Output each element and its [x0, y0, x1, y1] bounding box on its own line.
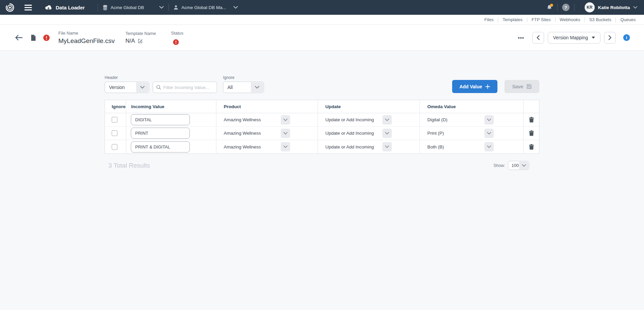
notification-dot: [550, 4, 553, 7]
info-icon[interactable]: i: [623, 34, 630, 41]
row-actions-cell: [524, 140, 539, 153]
subnav-link-queues[interactable]: Queues: [619, 17, 637, 22]
navbar-divider: [98, 4, 98, 11]
header-filter-group: Header Version: [105, 75, 153, 93]
chevron-down-icon[interactable]: [382, 115, 392, 125]
ignore-filter-select[interactable]: All: [223, 82, 264, 93]
column-header-product: Product: [216, 100, 318, 113]
update-dropdown[interactable]: Update or Add Incoming: [325, 129, 392, 138]
mapping-table: Ignore Incoming Value Product Update Ome…: [105, 100, 539, 154]
ignore-checkbox[interactable]: [112, 117, 117, 123]
ignore-checkbox[interactable]: [112, 130, 117, 136]
notifications-button[interactable]: [546, 4, 552, 11]
help-icon: ?: [562, 4, 570, 11]
update-dropdown[interactable]: Update or Add Incoming: [325, 142, 392, 151]
subnav-link-ftp-sites[interactable]: FTP Sites: [531, 17, 552, 22]
omeda-value-dropdown[interactable]: Both (B): [427, 142, 494, 151]
header-filter-select[interactable]: Version: [105, 82, 149, 93]
table-row: Amazing Wellness Update or Add Incoming …: [105, 113, 539, 127]
update-cell: Update or Add Incoming: [318, 140, 420, 153]
chevron-down-icon[interactable]: [484, 129, 494, 138]
ignore-cell: [105, 127, 126, 140]
overflow-menu-button[interactable]: •••: [518, 35, 524, 41]
delete-row-button[interactable]: [529, 144, 534, 150]
help-button[interactable]: ?: [562, 4, 570, 11]
chevron-down-icon: [519, 162, 529, 169]
file-header-actions: ••• Version Mapping i: [518, 32, 630, 44]
user-name: Katie Robilotta: [598, 5, 630, 10]
audience-selector[interactable]: Acme Global DB Ma...: [173, 5, 238, 10]
ignore-checkbox[interactable]: [112, 144, 117, 150]
add-value-button[interactable]: Add Value: [452, 80, 497, 93]
page-size-select[interactable]: 100: [508, 161, 529, 170]
chevron-down-icon: [159, 6, 164, 9]
omeda-value-dropdown[interactable]: Print (P): [427, 129, 494, 138]
app-title: Data Loader: [45, 5, 85, 10]
incoming-value-cell: [126, 113, 216, 126]
user-menu[interactable]: KR Katie Robilotta: [585, 2, 637, 12]
incoming-value-input[interactable]: [131, 114, 190, 125]
search-input[interactable]: [163, 85, 212, 90]
chevron-down-icon[interactable]: [484, 142, 494, 151]
database-selector[interactable]: Acme Global DB: [103, 5, 164, 10]
trash-icon: [529, 144, 534, 150]
edit-icon: [138, 38, 143, 44]
delete-row-button[interactable]: [529, 130, 534, 136]
navbar-divider: [557, 4, 557, 11]
product-cell: Amazing Wellness: [216, 140, 318, 153]
previous-mapping-button[interactable]: [532, 32, 544, 44]
column-header-omeda-value: Omeda Value: [420, 100, 524, 113]
person-icon: [173, 5, 178, 10]
product-dropdown[interactable]: Amazing Wellness: [224, 115, 290, 125]
menu-button[interactable]: [24, 5, 32, 10]
page-size-value: 100: [508, 163, 519, 168]
table-row: Amazing Wellness Update or Add Incoming …: [105, 140, 539, 153]
header-filter-value: Version: [105, 85, 125, 90]
subnav-link-files[interactable]: Files: [483, 17, 494, 22]
mapping-view-value: Version Mapping: [553, 35, 588, 40]
chevron-down-icon[interactable]: [281, 142, 290, 151]
mapping-view-dropdown[interactable]: Version Mapping: [548, 32, 600, 44]
chevron-down-icon[interactable]: [382, 142, 392, 151]
omeda-value-dropdown[interactable]: Digital (D): [427, 115, 494, 125]
chevron-down-icon[interactable]: [382, 129, 392, 138]
omeda-logo[interactable]: [5, 3, 14, 12]
cloud-upload-icon: [45, 5, 52, 10]
row-actions-cell: [524, 127, 539, 140]
page: { "navbar": { "app_title": "Data Loader"…: [0, 0, 644, 310]
caret-down-icon: [592, 37, 595, 39]
update-cell: Update or Add Incoming: [318, 113, 420, 126]
file-name-field: File Name MyLeadGenFile.csv: [58, 31, 125, 45]
incoming-value-input[interactable]: [131, 141, 190, 152]
column-header-ignore: Ignore: [105, 100, 126, 113]
product-dropdown[interactable]: Amazing Wellness: [224, 142, 290, 151]
page-size-group: Show: 100: [493, 161, 529, 170]
show-label: Show:: [493, 163, 505, 168]
subnav-link-templates[interactable]: Templates: [501, 17, 523, 22]
database-selector-value: Acme Global DB: [111, 5, 156, 10]
chevron-down-icon[interactable]: [484, 115, 494, 125]
next-mapping-button[interactable]: [604, 32, 616, 44]
save-button[interactable]: Save: [504, 80, 539, 93]
incoming-value-cell: [126, 127, 216, 140]
update-dropdown[interactable]: Update or Add Incoming: [325, 115, 392, 125]
chevron-left-icon: [537, 35, 540, 40]
chevron-down-icon[interactable]: [281, 115, 290, 125]
edit-template-button[interactable]: [138, 38, 143, 44]
back-button[interactable]: [15, 34, 23, 41]
subnav-separator: [498, 17, 498, 22]
chevron-down-icon[interactable]: [281, 129, 290, 138]
subnav-link-webhooks[interactable]: Webhooks: [559, 17, 581, 22]
delete-row-button[interactable]: [529, 117, 534, 123]
incoming-value-input[interactable]: [131, 128, 190, 139]
top-navbar: Data Loader Acme Global DB Acme Global D…: [0, 0, 644, 15]
plus-icon: [485, 84, 490, 89]
product-cell: Amazing Wellness: [216, 113, 318, 126]
ignore-cell: [105, 113, 126, 126]
navbar-divider: [574, 4, 575, 11]
table-footer: 3 Total Results Show: 100: [105, 161, 539, 170]
subnav-link-s3-buckets[interactable]: S3 Buckets: [588, 17, 612, 22]
omeda-value: Print (P): [427, 131, 444, 136]
product-dropdown[interactable]: Amazing Wellness: [224, 129, 290, 138]
status-label: Status: [171, 31, 183, 36]
